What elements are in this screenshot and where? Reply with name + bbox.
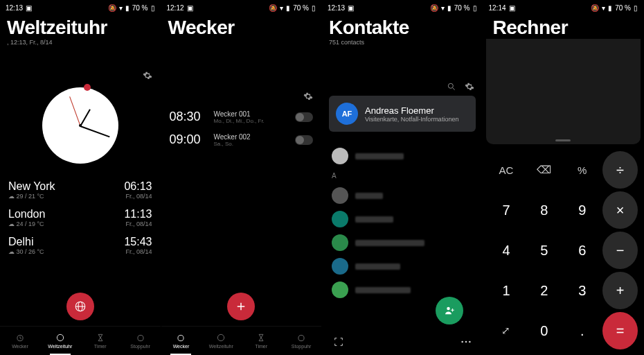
tab-label: Weltzeituhr	[48, 344, 72, 349]
key-add[interactable]: +	[602, 272, 638, 309]
key-ac[interactable]: AC	[489, 151, 524, 189]
svg-point-13	[465, 341, 467, 343]
globe-icon	[74, 300, 87, 313]
svg-point-6	[178, 336, 184, 341]
screenshot-icon: ▣	[26, 4, 32, 12]
tab-wecker[interactable]: Wecker	[0, 327, 40, 355]
contact-avatar	[332, 258, 348, 275]
wifi-icon: ▾	[119, 4, 123, 12]
settings-icon[interactable]	[143, 71, 152, 80]
city-temp: ☁ 29 / 21 °C	[8, 193, 55, 200]
dnd-icon: 🔕	[430, 4, 438, 12]
key-delete[interactable]: ⌫	[526, 151, 562, 189]
page-title: Weltzeituhr	[0, 12, 161, 39]
key-multiply[interactable]: ×	[602, 191, 638, 229]
city-row[interactable]: Delhi☁ 30 / 26 °C 15:43Fr., 08/14	[0, 232, 161, 259]
alarm-icon	[176, 333, 186, 343]
tab-timer[interactable]: Timer	[241, 327, 281, 355]
tab-label: Wecker	[173, 344, 190, 349]
status-bar: 12:13▣ 🔕▾▮70 %▯	[322, 0, 483, 12]
key-8[interactable]: 8	[526, 191, 562, 229]
tab-weltzeituhr[interactable]: Weltzeituhr	[40, 327, 80, 355]
add-alarm-fab[interactable]	[227, 293, 255, 320]
settings-icon[interactable]	[465, 82, 474, 92]
svg-point-14	[469, 341, 471, 343]
city-row[interactable]: New York☁ 29 / 21 °C 06:13Fr., 08/14	[0, 176, 161, 204]
contact-name-blurred	[355, 193, 383, 199]
clock-hub	[79, 124, 82, 127]
dnd-icon: 🔕	[591, 4, 599, 12]
hourglass-icon	[96, 333, 105, 343]
tab-stoppuhr[interactable]: Stoppuhr	[120, 327, 161, 355]
key-equals[interactable]: =	[602, 312, 638, 349]
key-subtract[interactable]: −	[602, 232, 638, 269]
add-contact-fab[interactable]	[436, 297, 463, 324]
tab-weltzeituhr[interactable]: Weltzeituhr	[201, 327, 241, 355]
alarm-days: Mo., Di., Mi., Do., Fr.	[214, 118, 289, 124]
contact-avatar	[332, 234, 348, 251]
settings-icon[interactable]	[303, 92, 313, 101]
city-temp: ☁ 30 / 26 °C	[8, 248, 44, 255]
key-7[interactable]: 7	[489, 191, 524, 229]
alarm-time: 08:30	[170, 110, 207, 124]
key-9[interactable]: 9	[564, 191, 600, 229]
key-divide[interactable]: ÷	[602, 151, 638, 189]
contact-row[interactable]	[322, 184, 483, 207]
tab-label: Weltzeituhr	[209, 344, 233, 349]
page-title: Wecker	[161, 12, 322, 39]
tab-stoppuhr[interactable]: Stoppuhr	[281, 327, 321, 355]
status-time: 12:13	[6, 4, 23, 12]
contact-row[interactable]	[322, 207, 483, 231]
screen-calculator: 12:14▣ 🔕▾▮70 %▯ Rechner AC ⌫ % ÷ 7 8 9 ×…	[483, 0, 645, 355]
key-6[interactable]: 6	[564, 232, 600, 269]
key-dot[interactable]: .	[564, 312, 600, 349]
svg-point-12	[461, 341, 463, 343]
key-expand[interactable]: ⤢	[489, 312, 524, 349]
key-0[interactable]: 0	[526, 312, 562, 349]
contact-row[interactable]	[322, 231, 483, 254]
drag-handle[interactable]	[555, 139, 571, 141]
svg-point-8	[298, 336, 304, 341]
screenshot-icon: ▣	[509, 4, 515, 12]
battery-icon: ▯	[634, 4, 638, 12]
tab-bar: Wecker Weltzeituhr Timer Stoppuhr	[161, 326, 322, 355]
key-2[interactable]: 2	[526, 272, 562, 309]
city-row[interactable]: London☁ 24 / 19 °C 11:13Fr., 08/14	[0, 204, 161, 232]
calc-display	[486, 39, 641, 144]
key-3[interactable]: 3	[564, 272, 600, 309]
status-time: 12:14	[489, 4, 506, 12]
alarm-toggle[interactable]	[295, 135, 313, 145]
toolbar	[322, 78, 483, 96]
contact-row[interactable]	[322, 144, 483, 168]
tab-timer[interactable]: Timer	[80, 327, 120, 355]
globe-icon	[216, 333, 226, 343]
city-temp: ☁ 24 / 19 °C	[8, 220, 45, 227]
key-4[interactable]: 4	[489, 232, 524, 269]
page-subtitle: , 12:13, Fr., 8/14	[0, 39, 161, 46]
city-time: 11:13	[124, 208, 152, 220]
toolbar	[0, 67, 161, 85]
add-city-fab[interactable]	[66, 293, 94, 320]
signal-icon: ▮	[286, 4, 290, 12]
dnd-icon: 🔕	[269, 4, 277, 12]
search-icon[interactable]	[447, 82, 456, 92]
alarm-toggle[interactable]	[295, 112, 313, 122]
profile-card[interactable]: AF Andreas FloemerVisitenkarte, Notfall-…	[329, 96, 476, 132]
key-5[interactable]: 5	[526, 232, 562, 269]
contact-row[interactable]	[322, 254, 483, 278]
tab-bar: Wecker Weltzeituhr Timer Stoppuhr	[0, 326, 161, 355]
clock-indicator-dot	[84, 84, 91, 91]
signal-icon: ▮	[125, 4, 129, 12]
scan-icon[interactable]	[333, 336, 344, 347]
contact-row[interactable]	[322, 278, 483, 302]
key-percent[interactable]: %	[564, 151, 600, 189]
tab-wecker[interactable]: Wecker	[161, 327, 202, 355]
more-icon[interactable]	[460, 340, 472, 343]
key-1[interactable]: 1	[489, 272, 524, 309]
contact-avatar	[332, 211, 348, 227]
alarm-row[interactable]: 08:30 Wecker 001Mo., Di., Mi., Do., Fr.	[161, 105, 322, 128]
plus-icon	[235, 300, 247, 313]
status-time: 12:13	[328, 4, 345, 12]
profile-avatar: AF	[336, 103, 358, 125]
alarm-row[interactable]: 09:00 Wecker 002Sa., So.	[161, 128, 322, 151]
